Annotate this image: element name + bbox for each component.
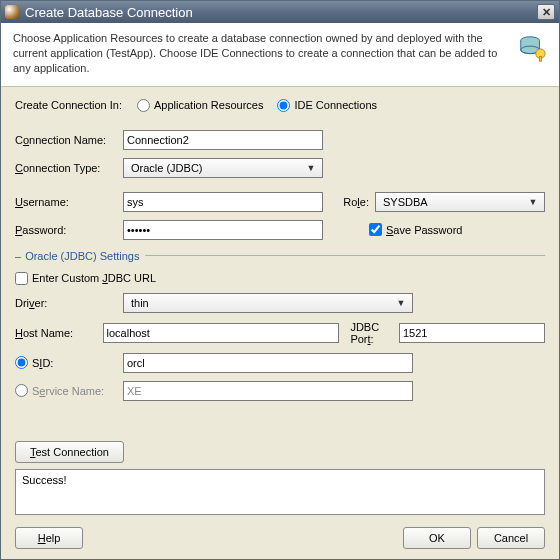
save-password-checkbox[interactable]: Save Password xyxy=(369,223,462,236)
driver-label: Driver: xyxy=(15,297,123,309)
test-result-box: Success! xyxy=(15,469,545,515)
cancel-button[interactable]: Cancel xyxy=(477,527,545,549)
radio-app-resources[interactable]: Application Resources xyxy=(137,99,263,112)
ok-button[interactable]: OK xyxy=(403,527,471,549)
jdbc-section-title: – Oracle (JDBC) Settings xyxy=(15,250,545,262)
service-name-radio[interactable]: Service Name: xyxy=(15,384,123,397)
jdbc-port-input[interactable] xyxy=(399,323,545,343)
role-label: Role: xyxy=(333,196,369,208)
test-result-text: Success! xyxy=(22,474,67,486)
jdbc-port-label: JDBC Port: xyxy=(350,321,399,345)
connection-name-input[interactable] xyxy=(123,130,323,150)
username-label: Username: xyxy=(15,196,123,208)
service-name-input xyxy=(123,381,413,401)
username-input[interactable] xyxy=(123,192,323,212)
window-title: Create Database Connection xyxy=(25,5,537,20)
database-icon xyxy=(517,33,547,65)
connection-type-label: Connection Type: xyxy=(15,162,123,174)
create-in-label: Create Connection In: xyxy=(15,99,137,111)
hostname-label: Host Name: xyxy=(15,327,103,339)
sid-input[interactable] xyxy=(123,353,413,373)
header-description: Choose Application Resources to create a… xyxy=(13,31,507,76)
custom-jdbc-url-checkbox[interactable]: Enter Custom JDBC URL xyxy=(15,272,156,285)
driver-select[interactable]: thin ▼ xyxy=(123,293,413,313)
header: Choose Application Resources to create a… xyxy=(1,23,559,87)
connection-name-label: Connection Name: xyxy=(15,134,123,146)
close-button[interactable]: ✕ xyxy=(537,4,555,20)
svg-rect-3 xyxy=(540,56,542,61)
chevron-down-icon: ▼ xyxy=(525,197,541,207)
role-select[interactable]: SYSDBA ▼ xyxy=(375,192,545,212)
radio-ide-connections[interactable]: IDE Connections xyxy=(277,99,377,112)
sid-radio[interactable]: SID: xyxy=(15,356,123,369)
test-connection-button[interactable]: Test Connection xyxy=(15,441,124,463)
chevron-down-icon: ▼ xyxy=(303,163,319,173)
app-icon xyxy=(5,5,19,19)
help-button[interactable]: Help xyxy=(15,527,83,549)
titlebar: Create Database Connection ✕ xyxy=(1,1,559,23)
password-label: Password: xyxy=(15,224,123,236)
chevron-down-icon: ▼ xyxy=(393,298,409,308)
password-input[interactable] xyxy=(123,220,323,240)
connection-type-select[interactable]: Oracle (JDBC) ▼ xyxy=(123,158,323,178)
hostname-input[interactable] xyxy=(103,323,340,343)
